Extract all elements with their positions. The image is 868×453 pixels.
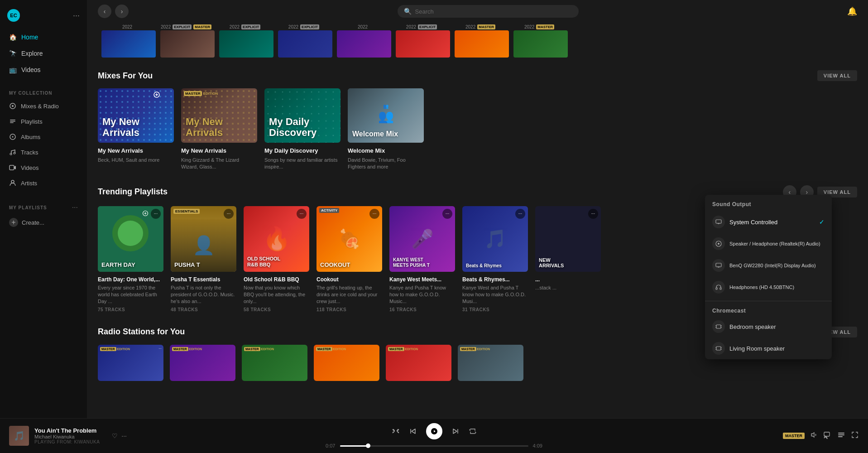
progress-track[interactable] [340, 445, 528, 447]
mix-card-daily-discovery[interactable]: My DailyDiscovery ··· My Daily Discovery… [264, 88, 340, 171]
player-icons: ♡ ··· [112, 432, 127, 439]
playlists-more-button[interactable]: ··· [72, 203, 78, 212]
playlist-card-earth-day[interactable]: EARTH DAY ··· Earth Day: One World,... E… [98, 206, 163, 312]
card-menu-dots[interactable]: ··· [158, 347, 162, 351]
radio-card-2[interactable]: MASTEREDITION [170, 345, 235, 385]
strip-item[interactable]: 2022 EXPLICIT [274, 23, 333, 59]
radio-card-1[interactable]: MASTEREDITION ··· [98, 345, 163, 385]
playlist-card-beats[interactable]: 🎵 Beats & Rhymes ··· Beats & Rhymes... K… [462, 206, 528, 312]
sidebar: EC ··· 🏠 Home 🔭 Explore 📺 Videos MY COLL… [0, 0, 87, 418]
sound-item-speaker[interactable]: Speaker / Headphone (Realtek(R) Audio) [705, 233, 832, 255]
mix-card-sub-4: David Bowie, Trivium, Foo Fighters and m… [348, 157, 424, 171]
back-button[interactable]: ‹ [98, 5, 111, 18]
mix-card-welcome-mix[interactable]: 👥 👥 Welcome Mix ··· Welcome Mix David Bo… [348, 88, 424, 171]
playlist-card-sub: ...stack ... [535, 284, 601, 291]
sound-item-system[interactable]: System Controlled ✓ [705, 211, 832, 233]
radio-card-5[interactable]: MASTEREDITION [386, 345, 451, 385]
fullscreen-button[interactable] [851, 431, 859, 441]
svg-rect-25 [716, 325, 721, 328]
mix-card-my-new-arrivals-1[interactable]: My NewArrivals ··· My New Arrivals Beck,… [98, 88, 174, 171]
card-add-icon[interactable] [153, 91, 160, 100]
sound-item-benq[interactable]: BenQ GW2280 (Intel(R) Display Audio) [705, 255, 832, 276]
playlist-card-new-arrivals[interactable]: NEWARRIVALS ··· ... ...stack ... [535, 206, 601, 312]
svg-rect-24 [720, 288, 721, 289]
svg-rect-2 [10, 120, 15, 120]
sidebar-item-mixes[interactable]: Mixes & Radio [0, 98, 87, 114]
card-menu-dots[interactable]: ··· [224, 209, 234, 219]
card-menu-dots[interactable]: ··· [515, 209, 525, 219]
radio-title: Radio Stations for You [98, 327, 185, 337]
mix-card-img-4: 👥 👥 Welcome Mix ··· [348, 88, 424, 143]
player-controls: 0:07 4:09 [134, 423, 734, 448]
master-badge: MASTER [783, 433, 805, 439]
mix-card-title-2: My New Arrivals [181, 147, 257, 155]
sidebar-item-playlists[interactable]: Playlists [0, 114, 87, 129]
card-menu-dots[interactable]: ··· [369, 209, 379, 219]
sidebar-item-videos[interactable]: Videos [0, 160, 87, 175]
albums-icon [9, 133, 16, 140]
sound-item-livingroom[interactable]: Living Room speaker [705, 337, 832, 359]
previous-button[interactable] [409, 427, 417, 435]
card-add-icon[interactable] [141, 209, 150, 218]
sidebar-item-artists[interactable]: Artists [0, 175, 87, 191]
sound-item-bedroom[interactable]: Bedroom speaker [705, 316, 832, 337]
sidebar-menu-button[interactable]: ··· [73, 11, 80, 20]
sidebar-item-albums[interactable]: Albums [0, 129, 87, 145]
next-button[interactable] [451, 427, 460, 435]
radio-card-6[interactable]: MASTEREDITION [458, 345, 523, 385]
playlist-card-sub: Every year since 1970 the world has cele… [98, 284, 163, 305]
sidebar-item-home[interactable]: 🏠 Home [0, 29, 87, 45]
play-pause-button[interactable] [426, 423, 442, 439]
queue-button[interactable] [837, 431, 845, 441]
radio-card-img-2: MASTEREDITION [170, 345, 235, 381]
mixes-view-all[interactable]: VIEW ALL [817, 70, 857, 81]
playlist-card-pusha-t[interactable]: ESSENTIALS 👤 PUSHA T ··· Pusha T Essenti… [171, 206, 236, 312]
progress-dot [366, 443, 370, 448]
svg-rect-23 [716, 288, 717, 289]
svg-rect-32 [838, 436, 843, 437]
sidebar-item-tracks[interactable]: Tracks [0, 145, 87, 160]
sidebar-item-explore[interactable]: 🔭 Explore [0, 45, 87, 62]
radio-card-4[interactable]: MASTEREDITION [314, 345, 379, 385]
repeat-button[interactable] [469, 427, 477, 435]
player-more-button[interactable]: ··· [121, 432, 127, 439]
playlist-card-img-kanye: 🎤 KANYE WESTMEETS PUSHA T ··· [389, 206, 455, 272]
strip-item[interactable]: 2022 [333, 23, 392, 59]
create-playlist-button[interactable]: + Create... [0, 214, 87, 231]
essentials-badge: ESSENTIALS [173, 209, 200, 214]
forward-button[interactable]: › [115, 5, 129, 18]
strip-item[interactable]: 2022 MASTER [451, 23, 510, 59]
playlist-card-sub: Pusha T is not only the president of G.O… [171, 284, 236, 305]
playlist-card-title: Old School R&B BBQ [244, 276, 309, 283]
current-time: 0:07 [321, 443, 336, 448]
topbar-right: 🔔 [847, 6, 857, 16]
card-menu-dots[interactable]: ··· [151, 209, 161, 219]
volume-button[interactable] [810, 431, 818, 441]
shuffle-button[interactable] [392, 427, 400, 435]
playlist-card-kanye[interactable]: 🎤 KANYE WESTMEETS PUSHA T ··· Kanye West… [389, 206, 455, 312]
playlist-card-tracks: 75 TRACKS [98, 307, 163, 312]
radio-card-3[interactable]: MASTEREDITION [242, 345, 307, 385]
strip-item[interactable]: 2022 EXPLICIT [216, 23, 274, 59]
like-button[interactable]: ♡ [112, 432, 118, 439]
playlist-card-bbq[interactable]: 🔥 OLD SCHOOLR&B BBQ ··· Old School R&B B… [244, 206, 309, 312]
search-input[interactable] [415, 8, 572, 15]
player-source: PLAYING FROM: KIWANUKA [34, 439, 106, 444]
sidebar-item-videos[interactable]: 📺 Videos [0, 62, 87, 78]
strip-item[interactable]: 2022 [98, 23, 157, 59]
strip-item[interactable]: 2022 EXPLICITMASTER [157, 23, 216, 59]
cast-button[interactable] [824, 431, 832, 441]
strip-item[interactable]: 2022 EXPLICIT [392, 23, 451, 59]
sound-item-headphones[interactable]: Headphones (HD 4.50BTNC) [705, 276, 832, 298]
card-menu-dots[interactable]: ··· [442, 209, 452, 219]
card-menu-dots[interactable]: ··· [297, 209, 307, 219]
bedroom-speaker-icon [712, 320, 725, 333]
notifications-button[interactable]: 🔔 [847, 6, 857, 16]
card-menu-dots[interactable]: ··· [588, 209, 598, 219]
playlist-card-cookout[interactable]: ACTIVITY 🍖 COOKOUT ··· Cookout The grill… [317, 206, 382, 312]
strip-item[interactable]: 2022 MASTER [510, 23, 569, 59]
mix-card-my-new-arrivals-2[interactable]: MASTER EDITION My NewArrivals ··· My [181, 88, 257, 171]
mix-card-sub-3: Songs by new and familiar artists inspir… [264, 157, 340, 171]
avatar[interactable]: EC [7, 9, 20, 22]
search-bar: 🔍 [398, 5, 579, 18]
